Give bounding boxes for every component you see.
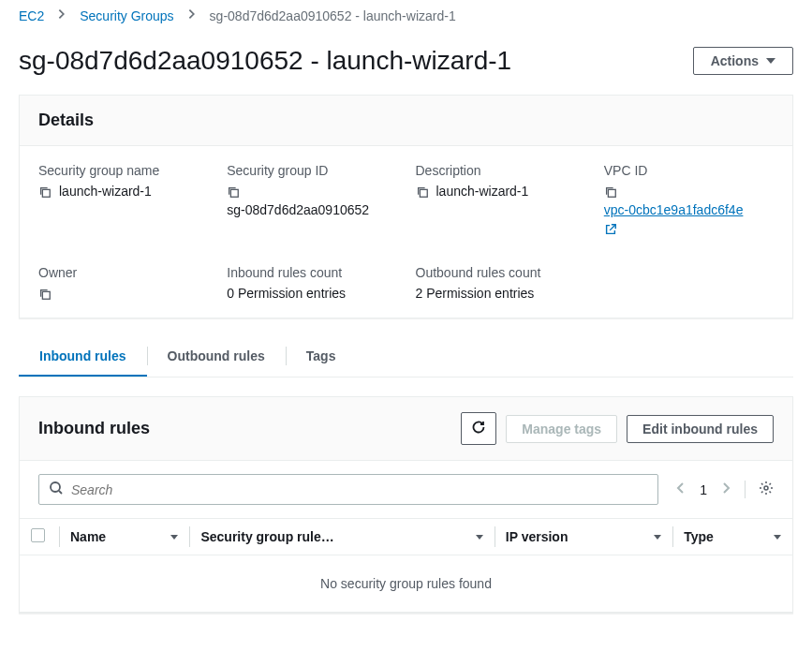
- detail-value: 2 Permission entries: [416, 286, 585, 301]
- detail-value: launch-wizard-1: [59, 184, 152, 199]
- rules-panel-header: Inbound rules Manage tags Edit inbound r…: [20, 397, 792, 461]
- svg-rect-3: [608, 189, 615, 197]
- detail-security-group-name: Security group name launch-wizard-1: [38, 163, 208, 239]
- detail-label: VPC ID: [604, 163, 774, 178]
- copy-icon[interactable]: [227, 185, 240, 199]
- pagination: 1: [673, 481, 774, 498]
- column-label: Type: [684, 529, 714, 544]
- detail-value: launch-wizard-1: [436, 184, 529, 199]
- settings-button[interactable]: [745, 481, 774, 498]
- page-header: sg-08d7d6d2aa0910652 - launch-wizard-1 A…: [0, 31, 812, 95]
- actions-button-label: Actions: [711, 53, 759, 68]
- copy-icon[interactable]: [604, 185, 617, 199]
- detail-label: Inbound rules count: [227, 265, 396, 280]
- inbound-rules-panel: Inbound rules Manage tags Edit inbound r…: [19, 396, 793, 614]
- breadcrumb: EC2 Security Groups sg-08d7d6d2aa0910652…: [0, 0, 812, 31]
- detail-label: Security group name: [38, 163, 208, 178]
- manage-tags-button: Manage tags: [506, 415, 617, 443]
- external-link-icon[interactable]: [604, 223, 774, 239]
- svg-rect-1: [231, 189, 239, 197]
- empty-state-text: No security group rules found: [20, 555, 792, 613]
- refresh-icon: [471, 420, 486, 437]
- svg-rect-2: [420, 189, 427, 197]
- sort-icon: [476, 535, 483, 540]
- edit-inbound-rules-button[interactable]: Edit inbound rules: [627, 415, 774, 443]
- rules-table: Name Security group rule… IP version Typ…: [20, 518, 792, 613]
- column-type[interactable]: Type: [672, 519, 792, 555]
- refresh-button[interactable]: [461, 412, 496, 445]
- detail-label: Owner: [38, 265, 208, 280]
- column-label: Security group rule…: [200, 529, 333, 544]
- column-label: IP version: [506, 529, 568, 544]
- caret-down-icon: [766, 58, 775, 64]
- chevron-right-icon: [185, 7, 199, 23]
- svg-rect-4: [42, 291, 50, 299]
- detail-label: Security group ID: [227, 163, 396, 178]
- empty-state-row: No security group rules found: [20, 555, 792, 613]
- detail-label: Description: [416, 163, 585, 178]
- select-all-checkbox[interactable]: [31, 528, 45, 542]
- copy-icon[interactable]: [416, 185, 429, 199]
- detail-description: Description launch-wizard-1: [416, 163, 585, 239]
- copy-icon[interactable]: [38, 185, 52, 199]
- column-sg-rule[interactable]: Security group rule…: [189, 519, 494, 555]
- actions-button[interactable]: Actions: [693, 47, 793, 75]
- breadcrumb-link-security-groups[interactable]: Security Groups: [80, 8, 173, 23]
- detail-value: sg-08d7d6d2aa0910652: [227, 202, 396, 217]
- detail-value: 0 Permission entries: [227, 286, 396, 301]
- detail-inbound-count: Inbound rules count 0 Permission entries: [227, 265, 396, 301]
- details-panel-header: Details: [20, 96, 792, 146]
- column-name[interactable]: Name: [59, 519, 189, 555]
- svg-point-5: [51, 482, 60, 492]
- page-title: sg-08d7d6d2aa0910652 - launch-wizard-1: [19, 46, 511, 76]
- sort-icon: [170, 535, 178, 540]
- vpc-link[interactable]: vpc-0cbc1e9a1fadc6f4e: [604, 202, 744, 217]
- sort-icon: [774, 535, 781, 540]
- detail-outbound-count: Outbound rules count 2 Permission entrie…: [416, 265, 585, 301]
- tab-tags[interactable]: Tags: [286, 337, 357, 377]
- detail-label: Outbound rules count: [416, 265, 585, 280]
- detail-owner: Owner: [38, 265, 208, 301]
- tab-outbound-rules[interactable]: Outbound rules: [147, 337, 286, 377]
- column-ip-version[interactable]: IP version: [495, 519, 672, 555]
- detail-vpc-id: VPC ID vpc-0cbc1e9a1fadc6f4e: [604, 163, 774, 239]
- search-input[interactable]: [71, 482, 648, 497]
- svg-point-6: [764, 486, 768, 490]
- search-box[interactable]: [38, 474, 658, 505]
- details-panel: Details Security group name launch-wizar…: [19, 95, 793, 318]
- search-icon: [49, 481, 64, 498]
- tabs: Inbound rules Outbound rules Tags: [19, 337, 793, 377]
- page-number: 1: [700, 482, 707, 497]
- tab-inbound-rules[interactable]: Inbound rules: [19, 337, 147, 377]
- breadcrumb-current: sg-08d7d6d2aa0910652 - launch-wizard-1: [210, 8, 456, 23]
- svg-rect-0: [42, 189, 50, 197]
- detail-security-group-id: Security group ID sg-08d7d6d2aa0910652: [227, 163, 396, 239]
- details-panel-title: Details: [38, 111, 94, 130]
- select-all-header: [20, 519, 59, 555]
- next-page-button[interactable]: [718, 481, 733, 498]
- copy-icon[interactable]: [38, 288, 52, 301]
- column-label: Name: [70, 529, 106, 544]
- breadcrumb-link-ec2[interactable]: EC2: [19, 8, 44, 23]
- prev-page-button[interactable]: [673, 481, 688, 498]
- rules-panel-title: Inbound rules: [38, 419, 150, 438]
- sort-icon: [654, 535, 661, 540]
- chevron-right-icon: [55, 7, 68, 23]
